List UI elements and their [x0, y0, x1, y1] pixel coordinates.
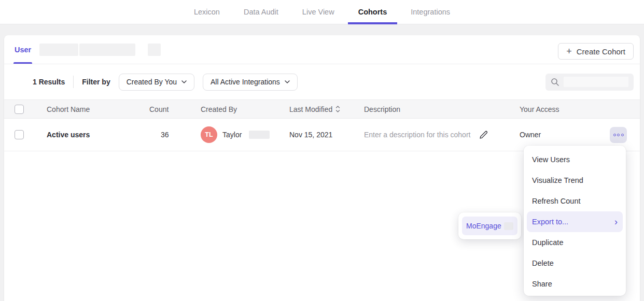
header-last-modified[interactable]: Last Modified — [289, 105, 364, 113]
table-header: Cohort Name Count Created By Last Modifi… — [4, 99, 640, 119]
redacted-tab-block — [79, 44, 135, 56]
cohort-name-link[interactable]: Active users — [47, 131, 149, 139]
filter-by-label: Filter by — [82, 78, 110, 86]
create-cohort-button[interactable]: + Create Cohort — [558, 43, 634, 60]
export-to-label: Export to... — [532, 218, 568, 226]
header-description: Description — [364, 105, 520, 113]
menu-item-export-to[interactable]: Export to... › — [527, 211, 623, 232]
redacted-search-text — [564, 77, 628, 87]
nav-tab-live-view[interactable]: Live View — [292, 0, 345, 24]
row-overflow-menu-button[interactable] — [610, 127, 627, 143]
header-created-by[interactable]: Created By — [201, 105, 289, 113]
chevron-down-icon — [181, 80, 187, 83]
header-last-modified-label: Last Modified — [289, 105, 332, 113]
cohorts-page: Lexicon Data Audit Live View Cohorts Int… — [0, 0, 644, 301]
results-count: 1 Results — [33, 78, 65, 86]
overflow-dots-icon — [613, 134, 616, 136]
description-placeholder[interactable]: Enter a description for this cohort — [364, 131, 470, 139]
created-by-dropdown[interactable]: Created By You — [119, 74, 194, 91]
menu-item-delete[interactable]: Delete — [524, 253, 626, 274]
row-context-menu: View Users Visualize Trend Refresh Count… — [524, 146, 626, 296]
redacted-submenu-block — [504, 222, 513, 230]
nav-tab-integrations[interactable]: Integrations — [400, 0, 460, 24]
created-by-dropdown-label: Created By You — [127, 78, 177, 86]
redacted-name-block — [249, 131, 270, 139]
nav-tab-cohorts[interactable]: Cohorts — [348, 0, 398, 24]
filter-toolbar: 1 Results Filter by Created By You All A… — [4, 64, 640, 99]
export-submenu: MoEngage — [458, 212, 521, 239]
integrations-dropdown-label: All Active Integrations — [211, 78, 280, 86]
last-modified-value: Nov 15, 2021 — [289, 131, 364, 139]
overflow-dots-icon — [617, 134, 620, 136]
top-navigation: Lexicon Data Audit Live View Cohorts Int… — [0, 0, 644, 24]
submenu-item-moengage[interactable]: MoEngage — [462, 217, 517, 235]
overflow-dots-icon — [621, 134, 624, 136]
integrations-dropdown[interactable]: All Active Integrations — [203, 74, 298, 91]
cohort-count: 36 — [161, 131, 169, 139]
search-icon — [551, 78, 559, 87]
menu-item-share[interactable]: Share — [524, 274, 626, 294]
redacted-tab-block — [148, 44, 161, 56]
moengage-label: MoEngage — [466, 222, 501, 230]
header-count[interactable]: Count — [149, 105, 201, 113]
toolbar-divider — [73, 76, 74, 88]
menu-item-duplicate[interactable]: Duplicate — [524, 232, 626, 253]
created-by-cell: TL Taylor — [201, 126, 289, 143]
create-cohort-label: Create Cohort — [577, 47, 625, 56]
row-checkbox[interactable] — [15, 130, 24, 139]
menu-item-view-users[interactable]: View Users — [524, 149, 626, 170]
edit-description-button[interactable] — [479, 130, 488, 140]
header-your-access: Your Access — [520, 105, 595, 113]
redacted-tab-block — [39, 44, 78, 56]
cohort-type-tabs: User + Create Cohort — [4, 35, 640, 64]
tab-user[interactable]: User — [15, 35, 31, 64]
created-by-name: Taylor — [222, 131, 242, 139]
menu-item-visualize-trend[interactable]: Visualize Trend — [524, 170, 626, 191]
sort-icon — [335, 106, 340, 112]
header-cohort-name[interactable]: Cohort Name — [47, 105, 149, 113]
search-input[interactable] — [545, 74, 634, 91]
chevron-right-icon: › — [614, 217, 618, 226]
select-all-checkbox[interactable] — [15, 105, 24, 114]
plus-icon: + — [566, 47, 572, 56]
pencil-icon — [479, 130, 488, 140]
chevron-down-icon — [285, 80, 290, 83]
menu-item-refresh-count[interactable]: Refresh Count — [524, 191, 626, 211]
description-cell: Enter a description for this cohort — [364, 130, 520, 140]
avatar: TL — [201, 126, 217, 143]
access-value: Owner — [520, 131, 595, 139]
nav-tab-data-audit[interactable]: Data Audit — [233, 0, 289, 24]
nav-tab-lexicon[interactable]: Lexicon — [184, 0, 230, 24]
